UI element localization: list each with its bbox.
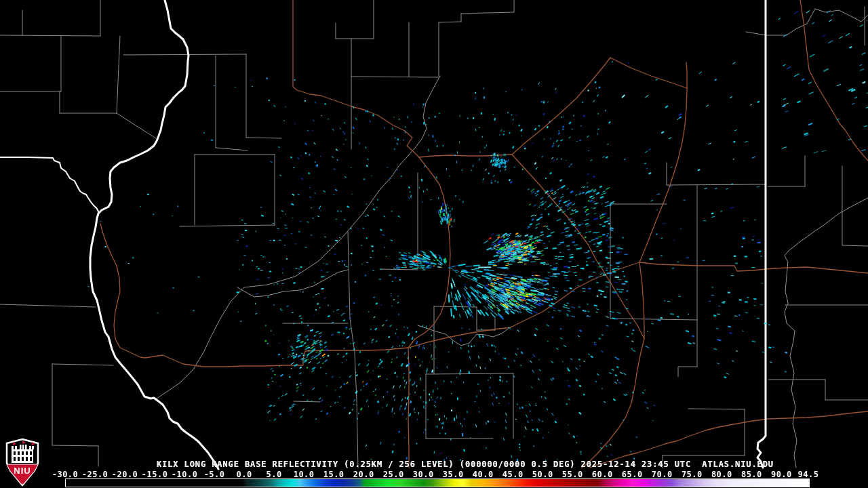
reflectivity-colorbar — [65, 479, 810, 487]
colorbar-tick-label: 45.0 — [502, 470, 524, 479]
colorbar-tick-label: 80.0 — [711, 470, 732, 479]
colorbar-tick-labels: -30.0-25.0-20.0-15.0-10.0-5.00.05.010.01… — [0, 470, 868, 479]
niu-logo-text: NIU — [14, 466, 31, 476]
colorbar-tick-label: -20.0 — [112, 470, 138, 479]
colorbar-tick-label: 5.0 — [267, 470, 282, 479]
colorbar-tick-label: -25.0 — [82, 470, 108, 479]
colorbar-tick-label: 40.0 — [473, 470, 494, 479]
radar-map-canvas — [0, 0, 868, 488]
colorbar-tick-label: 25.0 — [383, 470, 404, 479]
colorbar-tick-label: 10.0 — [294, 470, 315, 479]
colorbar-tick-label: 65.0 — [622, 470, 643, 479]
colorbar-tick-label: 94.5 — [798, 470, 819, 479]
colorbar-tick-label: 90.0 — [771, 470, 792, 479]
colorbar-tick-label: 20.0 — [353, 470, 374, 479]
colorbar-tick-label: 15.0 — [323, 470, 344, 479]
colorbar-tick-label: -15.0 — [142, 470, 168, 479]
colorbar-tick-label: -30.0 — [52, 470, 79, 479]
colorbar-tick-label: 60.0 — [592, 470, 613, 479]
colorbar-tick-label: 30.0 — [413, 470, 434, 479]
product-caption: KILX LONG RANGE BASE REFLECTIVITY (0.25K… — [157, 460, 774, 469]
colorbar-tick-label: -10.0 — [172, 470, 198, 479]
niu-logo: NIU — [4, 438, 41, 488]
colorbar-tick-label: 55.0 — [562, 470, 583, 479]
colorbar-tick-label: 75.0 — [682, 470, 703, 479]
radar-viewer: KILX LONG RANGE BASE REFLECTIVITY (0.25K… — [0, 0, 868, 488]
colorbar-tick-label: 70.0 — [652, 470, 673, 479]
colorbar-tick-label: 0.0 — [237, 470, 252, 479]
colorbar-tick-label: 35.0 — [443, 470, 464, 479]
colorbar-tick-label: 50.0 — [532, 470, 553, 479]
colorbar-tick-label: 85.0 — [741, 470, 762, 479]
colorbar-tick-label: -5.0 — [204, 470, 225, 479]
